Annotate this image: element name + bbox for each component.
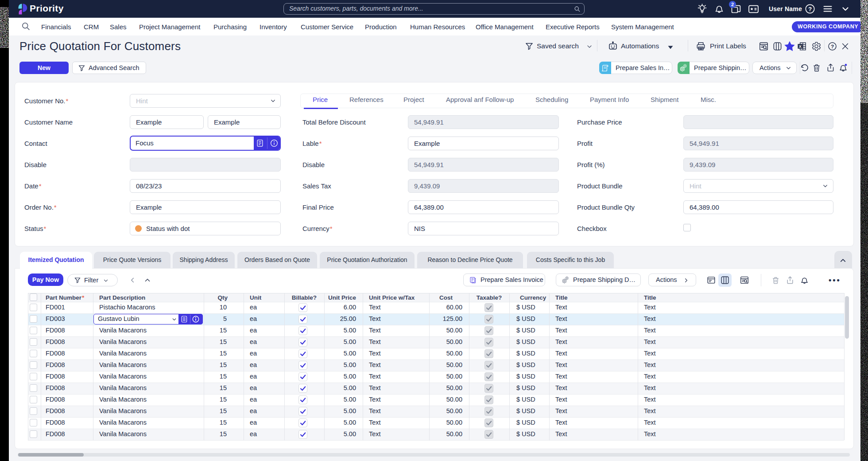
svg-text:?: ?	[831, 43, 834, 50]
svg-text:X: X	[799, 44, 802, 49]
svg-text:?: ?	[808, 6, 812, 12]
